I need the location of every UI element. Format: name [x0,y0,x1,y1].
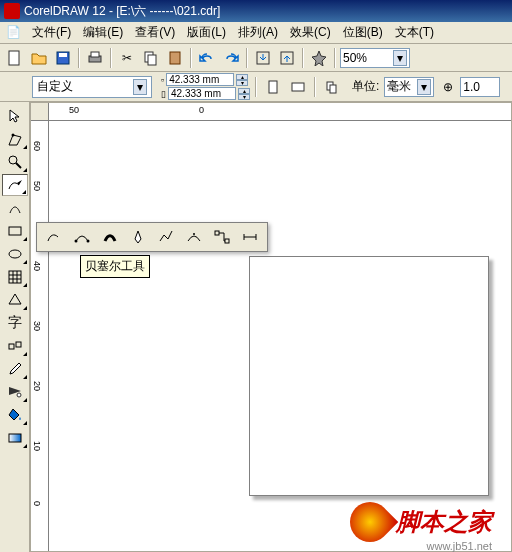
canvas-area[interactable] [49,121,511,551]
shape-tool[interactable] [2,128,28,150]
open-button[interactable] [28,47,50,69]
pick-tool[interactable] [2,105,28,127]
import-button[interactable] [252,47,274,69]
vertical-ruler[interactable]: 6050403020100 [31,121,49,551]
portrait-button[interactable] [262,76,284,98]
nudge-input[interactable]: 1.0 [460,77,500,97]
svg-rect-7 [170,52,180,64]
paper-value: 自定义 [37,78,133,95]
new-button[interactable] [4,47,26,69]
separator [255,77,257,97]
export-button[interactable] [276,47,298,69]
artistic-media-flyout-tool[interactable] [97,226,123,248]
menu-edit[interactable]: 编辑(E) [77,22,129,43]
svg-rect-0 [9,51,19,65]
toolbox: 字 [0,102,30,552]
paste-button[interactable] [164,47,186,69]
redo-button[interactable] [220,47,242,69]
freehand-tool[interactable] [2,174,28,196]
polyline-flyout-tool[interactable] [153,226,179,248]
interactive-fill-tool[interactable] [2,427,28,449]
dropdown-icon[interactable]: ▾ [393,50,407,66]
paper-size-combo[interactable]: 自定义 ▾ [32,76,152,98]
copy-button[interactable] [140,47,162,69]
menu-text[interactable]: 文本(T) [389,22,440,43]
standard-toolbar: ✂ 50% ▾ [0,44,512,72]
freehand-flyout-tool[interactable] [41,226,67,248]
app-launcher-button[interactable] [308,47,330,69]
menu-arrange[interactable]: 排列(A) [232,22,284,43]
menu-bitmaps[interactable]: 位图(B) [337,22,389,43]
landscape-button[interactable] [287,76,309,98]
graph-paper-tool[interactable] [2,266,28,288]
text-tool[interactable]: 字 [2,312,28,334]
svg-rect-28 [9,434,21,442]
separator [190,48,192,68]
svg-rect-25 [9,344,14,349]
tooltip: 贝塞尔工具 [80,255,150,278]
dimensions: ▫ 42.333 mm ▴▾ ▯ 42.333 mm ▴▾ [161,73,250,100]
3point-curve-flyout-tool[interactable] [181,226,207,248]
dropdown-icon[interactable]: ▾ [133,79,147,95]
eyedropper-tool[interactable] [2,358,28,380]
ruler-corner[interactable] [31,103,49,121]
cut-button[interactable]: ✂ [116,47,138,69]
connector-flyout-tool[interactable] [209,226,235,248]
svg-rect-4 [91,52,99,57]
title-bar: CorelDRAW 12 - [E:\六 ------\021.cdr] [0,0,512,22]
pages-button[interactable] [321,76,343,98]
separator [246,48,248,68]
svg-rect-11 [292,83,304,91]
nudge-icon: ⊕ [443,80,453,94]
fill-tool[interactable] [2,404,28,426]
bezier-flyout-tool[interactable] [69,226,95,248]
menu-view[interactable]: 查看(V) [129,22,181,43]
svg-point-18 [9,250,21,258]
basic-shapes-tool[interactable] [2,289,28,311]
zoom-combo[interactable]: 50% ▾ [340,48,410,68]
pen-flyout-tool[interactable] [125,226,151,248]
unit-combo[interactable]: 毫米 ▾ [384,77,434,97]
svg-point-14 [11,134,14,137]
svg-rect-6 [148,55,156,65]
watermark-url: www.jb51.net [427,540,492,552]
zoom-tool[interactable] [2,151,28,173]
watermark-logo [342,494,399,551]
dimension-flyout-tool[interactable] [237,226,263,248]
separator [78,48,80,68]
separator [334,48,336,68]
svg-rect-13 [330,85,336,93]
smart-draw-tool[interactable] [2,197,28,219]
print-button[interactable] [84,47,106,69]
separator [314,77,316,97]
save-button[interactable] [52,47,74,69]
svg-rect-2 [59,53,67,57]
svg-rect-10 [269,81,277,93]
dropdown-icon[interactable]: ▾ [417,79,431,95]
menu-file[interactable]: 文件(F) [26,22,77,43]
undo-button[interactable] [196,47,218,69]
window-title: CorelDRAW 12 - [E:\六 ------\021.cdr] [24,3,220,20]
menu-bar: 📄 文件(F) 编辑(E) 查看(V) 版面(L) 排列(A) 效果(C) 位图… [0,22,512,44]
curve-flyout [36,222,268,252]
unit-value: 毫米 [387,78,417,95]
width-input[interactable]: 42.333 mm [166,73,234,86]
svg-marker-24 [9,294,21,304]
ellipse-tool[interactable] [2,243,28,265]
unit-label: 单位: [352,78,379,95]
outline-tool[interactable] [2,381,28,403]
height-input[interactable]: 42.333 mm [168,87,236,100]
control-icon[interactable]: 📄 [6,25,22,41]
svg-point-29 [75,240,78,243]
spin-down[interactable]: ▾ [236,80,248,86]
spin-down[interactable]: ▾ [238,94,250,100]
height-icon: ▯ [161,89,166,99]
svg-point-30 [87,240,90,243]
svg-rect-26 [16,342,21,347]
rectangle-tool[interactable] [2,220,28,242]
menu-effects[interactable]: 效果(C) [284,22,337,43]
menu-layout[interactable]: 版面(L) [181,22,232,43]
horizontal-ruler[interactable]: 500 [49,103,511,121]
blend-tool[interactable] [2,335,28,357]
workspace: 500 6050403020100 [30,102,512,552]
